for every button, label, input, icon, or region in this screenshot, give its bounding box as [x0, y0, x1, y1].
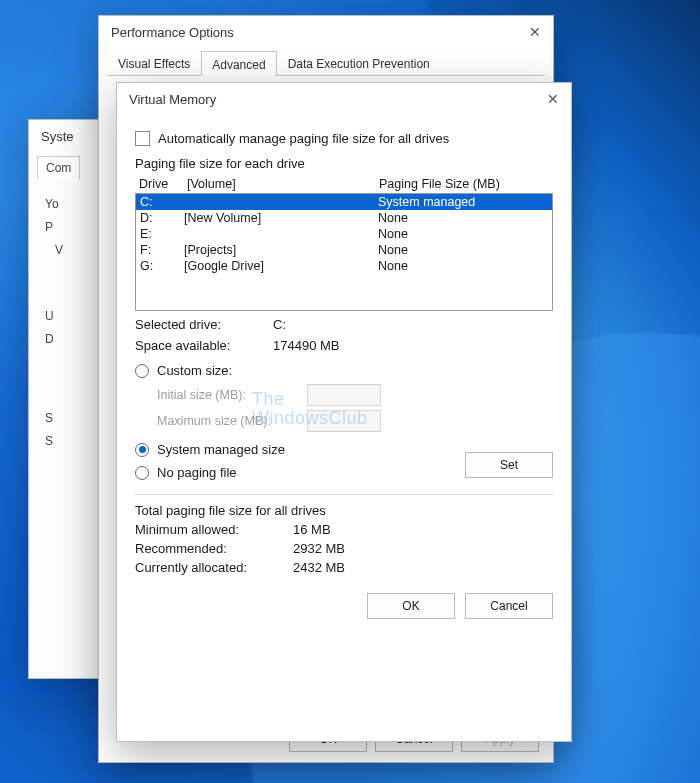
initial-size-label: Initial size (MB):: [157, 388, 307, 402]
set-button[interactable]: Set: [465, 452, 553, 478]
drive-row[interactable]: C:System managed: [136, 194, 552, 210]
tab-dep[interactable]: Data Execution Prevention: [277, 50, 441, 75]
custom-size-label: Custom size:: [157, 363, 232, 378]
each-drive-legend: Paging file size for each drive: [135, 156, 553, 171]
recommended-label: Recommended:: [135, 541, 293, 556]
drive-list[interactable]: C:System managedD:[New Volume]NoneE:None…: [135, 193, 553, 311]
drive-list-header: Drive [Volume] Paging File Size (MB): [135, 175, 553, 193]
perf-title: Performance Options: [107, 25, 525, 40]
drive-row[interactable]: D:[New Volume]None: [136, 210, 552, 226]
drive-row[interactable]: E:None: [136, 226, 552, 242]
recommended-value: 2932 MB: [293, 541, 345, 556]
min-allowed-value: 16 MB: [293, 522, 331, 537]
selected-drive-label: Selected drive:: [135, 317, 273, 332]
close-icon[interactable]: ✕: [543, 89, 563, 109]
sysprop-tab[interactable]: Com: [37, 156, 80, 179]
auto-manage-checkbox[interactable]: [135, 131, 150, 146]
vm-cancel-button[interactable]: Cancel: [465, 593, 553, 619]
tab-advanced[interactable]: Advanced: [201, 51, 276, 76]
no-paging-radio[interactable]: [135, 466, 149, 480]
vm-title: Virtual Memory: [125, 92, 543, 107]
initial-size-input: [307, 384, 381, 406]
system-managed-label: System managed size: [157, 442, 285, 457]
tab-visual-effects[interactable]: Visual Effects: [107, 50, 201, 75]
maximum-size-input: [307, 410, 381, 432]
system-managed-radio[interactable]: [135, 443, 149, 457]
currently-allocated-label: Currently allocated:: [135, 560, 293, 575]
drive-row[interactable]: G:[Google Drive]None: [136, 258, 552, 274]
space-available-label: Space available:: [135, 338, 273, 353]
min-allowed-label: Minimum allowed:: [135, 522, 293, 537]
maximum-size-label: Maximum size (MB):: [157, 414, 307, 428]
virtual-memory-dialog: Virtual Memory ✕ Automatically manage pa…: [116, 82, 572, 742]
custom-size-radio[interactable]: [135, 364, 149, 378]
space-available-value: 174490 MB: [273, 338, 340, 353]
close-icon[interactable]: ✕: [525, 22, 545, 42]
totals-legend: Total paging file size for all drives: [135, 503, 553, 518]
vm-ok-button[interactable]: OK: [367, 593, 455, 619]
selected-drive-value: C:: [273, 317, 286, 332]
no-paging-label: No paging file: [157, 465, 237, 480]
drive-row[interactable]: F:[Projects]None: [136, 242, 552, 258]
auto-manage-label: Automatically manage paging file size fo…: [158, 131, 449, 146]
currently-allocated-value: 2432 MB: [293, 560, 345, 575]
